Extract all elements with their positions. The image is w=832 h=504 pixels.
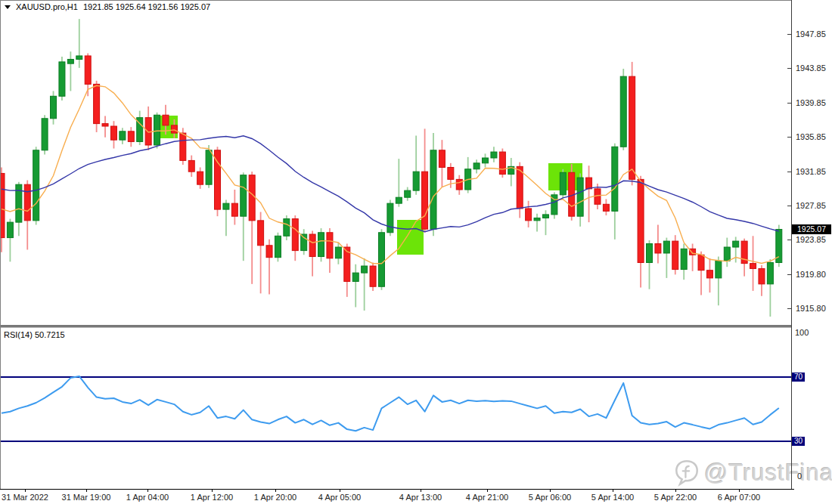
candle-bull [716, 261, 722, 278]
candle-bear [231, 203, 237, 216]
candle-bull [681, 249, 687, 269]
candle-bear [309, 234, 315, 257]
candle-bull [241, 175, 247, 216]
candle-bear [292, 219, 298, 251]
candle-bull [733, 241, 739, 247]
candle-bear [249, 175, 255, 221]
candle-bear [672, 241, 678, 269]
price-axis-label: 1931.85 [796, 167, 826, 176]
candle-bull [612, 147, 618, 211]
candle-bull [67, 59, 73, 63]
candle-bull [76, 56, 82, 60]
candle-bear [638, 179, 644, 262]
candle-bull [663, 241, 669, 253]
candle-bear [706, 271, 712, 278]
candle-bear [526, 209, 532, 221]
candle-bull [534, 218, 540, 220]
price-axis-label: 1935.85 [796, 132, 826, 141]
time-axis-label: 1 Apr 04:00 [126, 493, 169, 502]
rsi-value: 50.7215 [35, 330, 65, 339]
candle-bull [430, 150, 436, 229]
rsi-line [2, 376, 779, 431]
candle-bull [362, 266, 368, 273]
time-axis-label: 5 Apr 06:00 [529, 493, 571, 502]
candle-bear [258, 221, 264, 246]
candle-bull [542, 215, 548, 218]
candle-bear [128, 131, 134, 142]
candle-bear [24, 184, 30, 221]
price-axis-label: 1927.85 [796, 201, 826, 210]
candle-bull [318, 233, 324, 257]
price-axis-label: 1943.85 [796, 63, 826, 73]
chart-canvas[interactable]: 1947.851943.851939.851935.851931.851927.… [0, 0, 832, 504]
highlight-zone [397, 220, 424, 255]
price-axis-label: 1939.85 [796, 98, 826, 107]
pane-splitter[interactable] [0, 325, 791, 328]
candle-bear [586, 178, 592, 189]
rsi-indicator-label: RSI(14) 50.7215 [4, 330, 65, 339]
candle-bear [750, 264, 756, 269]
price-axis-label: 1947.85 [796, 29, 826, 39]
candle-bear [145, 118, 151, 145]
candle-bull [378, 233, 384, 287]
candle-bull [483, 158, 489, 163]
candle-bull [405, 190, 411, 197]
candle-bear [110, 126, 116, 140]
rsi-level-badge-70: 70 [792, 373, 805, 382]
ma-fast-line [2, 85, 779, 263]
candle-bull [301, 234, 307, 251]
candle-bull [59, 62, 65, 96]
price-axis-label: 1923.85 [796, 235, 826, 244]
candle-bear [188, 160, 194, 172]
candle-bull [647, 244, 653, 263]
candle-bear [94, 84, 100, 123]
candle-bear [197, 172, 203, 184]
candle-bull [620, 76, 626, 147]
time-axis-label: 5 Apr 22:00 [654, 493, 697, 502]
candle-bear [759, 268, 765, 283]
candle-bear [439, 150, 445, 168]
ohlc-values-label: 1921.85 1925.64 1921.56 1925.07 [83, 2, 210, 11]
candle-bear [698, 255, 704, 270]
candle-bull [560, 172, 566, 195]
candle-bull [42, 119, 48, 150]
candle-bear [517, 166, 523, 209]
candle-bear [603, 204, 609, 211]
candle-bear [422, 172, 428, 229]
candle-bear [327, 233, 333, 258]
candle-bull [473, 163, 480, 169]
candle-bull [352, 273, 359, 281]
candle-bear [448, 167, 454, 179]
candle-bull [120, 131, 126, 140]
time-axis-label: 4 Apr 13:00 [399, 493, 442, 502]
candle-bull [387, 203, 393, 233]
time-axis-label: 1 Apr 12:00 [191, 493, 233, 502]
candle-bull [206, 150, 212, 184]
candle-bull [154, 115, 160, 145]
rsi-axis-min-label: 0 [797, 472, 802, 481]
rsi-pane[interactable] [0, 376, 791, 441]
candle-bear [163, 115, 169, 125]
candle-bull [577, 178, 583, 216]
candle-bull [335, 247, 341, 258]
candle-bull [767, 262, 773, 283]
candle-bull [275, 236, 281, 257]
candle-bear [655, 244, 661, 253]
rsi-level-badge-30: 30 [792, 437, 805, 446]
time-axis-label: 5 Apr 14:00 [591, 493, 634, 502]
candle-bear [499, 152, 505, 175]
candle-bear [370, 266, 376, 286]
candle-bull [223, 203, 229, 209]
symbol-timeframe-label: XAUUSD.pro,H1 [16, 2, 78, 11]
candle-bear [180, 133, 186, 160]
candle-bull [491, 152, 497, 158]
candle-bear [629, 76, 635, 179]
time-axis-label: 4 Apr 21:00 [466, 493, 508, 502]
candle-bull [284, 219, 290, 237]
candle-bear [171, 125, 177, 133]
ohlc-title: XAUUSD.pro,H1 1921.85 1925.64 1921.56 19… [5, 2, 210, 11]
candle-bear [85, 56, 91, 84]
main-chart-pane[interactable] [0, 19, 782, 317]
rsi-axis-max-label: 100 [795, 328, 809, 337]
candle-bear [102, 124, 108, 126]
